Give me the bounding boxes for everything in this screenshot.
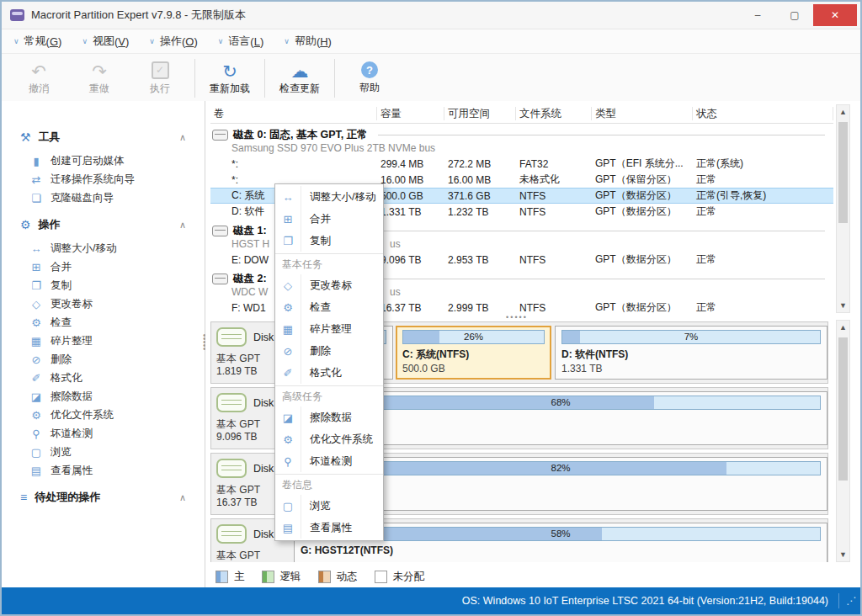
disk-group-subtitle: WDC W xyxy=(231,286,268,298)
partition-label: C: 系统(NTFS) xyxy=(402,348,545,362)
sidebar-item-copy[interactable]: ❐复制 xyxy=(20,276,205,295)
context-menu-item-copy[interactable]: ❐复制 xyxy=(275,230,383,252)
sidebar-item-surface-test[interactable]: ⚲坏道检测 xyxy=(20,424,205,443)
sidebar-item-label: 格式化 xyxy=(51,371,82,385)
collapse-chevron-icon[interactable]: ∧ xyxy=(179,132,186,143)
sidebar-item-wipe-data[interactable]: ◪擦除数据 xyxy=(20,387,205,406)
context-menu-item-format[interactable]: ✐格式化 xyxy=(275,362,383,384)
menu-help[interactable]: ∨帮助(H) xyxy=(284,34,332,49)
unallocated-swatch-icon xyxy=(375,571,387,583)
column-header-capacity[interactable]: 容量 xyxy=(377,107,444,120)
explore-icon: ▢ xyxy=(275,495,301,517)
context-menu-item-optimize-fs[interactable]: ⚙优化文件系统 xyxy=(275,428,383,450)
menu-mnemonic: V xyxy=(118,35,125,48)
cell-type: GPT（数据分区） xyxy=(592,300,693,315)
scroll-up-icon[interactable]: ▲ xyxy=(837,105,849,119)
execute-button[interactable]: ✓ 执行 xyxy=(130,54,190,103)
context-menu-item-surface-test[interactable]: ⚲坏道检测 xyxy=(275,450,383,472)
redo-button[interactable]: ↷ 重做 xyxy=(69,54,130,103)
sidebar-section-tools[interactable]: ⚒ 工具 ∧ xyxy=(20,130,205,145)
partition-block-d[interactable]: 7% D: 软件(NTFS) 1.331 TB xyxy=(555,326,827,380)
menu-general[interactable]: ∨常规(G) xyxy=(13,34,61,49)
scrollbar-thumb[interactable] xyxy=(838,122,848,223)
context-menu-item-explore[interactable]: ▢浏览 xyxy=(275,495,383,517)
sidebar-item-properties[interactable]: ▤查看属性 xyxy=(20,461,205,480)
context-menu-item-change-label[interactable]: ◇更改卷标 xyxy=(275,274,383,296)
properties-icon: ▤ xyxy=(275,517,301,539)
help-button[interactable]: ? 帮助 xyxy=(339,54,400,103)
sidebar-item-merge[interactable]: ⊞合并 xyxy=(20,258,205,276)
app-window: Macrorit Partition Expert v7.9.8 - 无限制版本… xyxy=(0,0,862,616)
sidebar-item-clone-disk[interactable]: ❏克隆磁盘向导 xyxy=(20,189,205,207)
sidebar-item-change-label[interactable]: ◇更改卷标 xyxy=(20,295,205,313)
undo-icon: ↶ xyxy=(31,61,46,82)
sidebar-item-optimize-fs[interactable]: ⚙优化文件系统 xyxy=(20,406,205,424)
context-menu-item-wipe-data[interactable]: ◪擦除数据 xyxy=(275,406,383,428)
sidebar-item-explore[interactable]: ▢浏览 xyxy=(20,443,205,461)
sidebar-item-defrag[interactable]: ▦碎片整理 xyxy=(20,332,205,350)
bootable-media-icon: ▮ xyxy=(29,155,44,167)
context-menu-item-properties[interactable]: ▤查看属性 xyxy=(275,517,383,539)
table-row[interactable]: *: 299.4 MB 272.2 MB FAT32 GPT（EFI 系统分..… xyxy=(210,156,833,172)
cell-file-system: NTFS xyxy=(516,302,592,314)
sidebar-item-label: 检查 xyxy=(51,316,72,330)
column-header-volume[interactable]: 卷 xyxy=(210,107,377,120)
scroll-up-icon[interactable]: ▲ xyxy=(837,321,849,334)
maximize-button[interactable]: ▢ xyxy=(776,4,813,26)
sidebar-item-label: 坏道检测 xyxy=(51,427,93,441)
sidebar-item-resize-move[interactable]: ↔调整大小/移动 xyxy=(20,239,205,258)
format-icon: ✐ xyxy=(29,372,44,385)
window-title: Macrorit Partition Expert v7.9.8 - 无限制版本 xyxy=(31,8,246,23)
resize-grip-icon[interactable]: ⋰ xyxy=(846,595,856,607)
context-menu-item-resize-move[interactable]: ↔调整大小/移动 xyxy=(275,186,383,208)
collapse-chevron-icon[interactable]: ∧ xyxy=(179,220,186,231)
disk-size: 1.819 TB xyxy=(216,365,257,377)
column-header-free-space[interactable]: 可用空间 xyxy=(444,107,516,120)
partition-block-c-selected[interactable]: 26% C: 系统(NTFS) 500.0 GB xyxy=(396,326,551,380)
collapse-chevron-icon[interactable]: ∧ xyxy=(179,492,186,503)
disk-size: 9.096 TB xyxy=(216,431,257,443)
sidebar-item-format[interactable]: ✐格式化 xyxy=(20,369,205,387)
table-scrollbar[interactable]: ▲ ▼ xyxy=(836,104,850,313)
close-button[interactable]: ✕ xyxy=(813,4,857,26)
context-menu-item-delete[interactable]: ⊘删除 xyxy=(275,340,383,362)
sidebar-section-pending-operations[interactable]: ≡ 待处理的操作 ∧ xyxy=(20,490,205,505)
context-menu-item-defrag[interactable]: ▦碎片整理 xyxy=(275,318,383,340)
menu-operations[interactable]: ∨操作(O) xyxy=(149,34,197,49)
undo-button[interactable]: ↶ 撤消 xyxy=(8,54,69,103)
scroll-down-icon[interactable]: ▼ xyxy=(837,548,849,561)
section-title: 操作 xyxy=(39,217,61,232)
column-header-status[interactable]: 状态 xyxy=(693,107,833,120)
sidebar-item-label: 迁移操作系统向导 xyxy=(51,173,135,187)
minimize-button[interactable]: – xyxy=(739,4,776,26)
copy-icon: ❐ xyxy=(275,230,301,252)
reload-button[interactable]: ↻ 重新加载 xyxy=(200,54,260,103)
menu-language[interactable]: ∨语言(L) xyxy=(218,34,264,49)
column-header-file-system[interactable]: 文件系统 xyxy=(516,107,592,120)
cell-capacity: 16.00 MB xyxy=(377,174,444,186)
chevron-down-icon: ∨ xyxy=(218,37,224,45)
context-menu-item-merge[interactable]: ⊞合并 xyxy=(275,208,383,230)
menu-view[interactable]: ∨视图(V) xyxy=(82,34,129,49)
check-update-label: 检查更新 xyxy=(279,82,320,96)
column-header-type[interactable]: 类型 xyxy=(592,107,693,120)
context-menu-item-check[interactable]: ⚙检查 xyxy=(275,296,383,318)
sidebar-section-operations[interactable]: ⚙ 操作 ∧ xyxy=(20,217,205,232)
context-menu: ↔调整大小/移动 ⊞合并 ❐复制 基本任务 ◇更改卷标 ⚙检查 ▦碎片整理 ⊘删… xyxy=(274,183,384,541)
title-bar: Macrorit Partition Expert v7.9.8 - 无限制版本… xyxy=(2,2,860,29)
explore-icon: ▢ xyxy=(29,446,44,459)
execute-icon: ✓ xyxy=(152,61,169,79)
check-update-button[interactable]: ☁↑ 检查更新 xyxy=(269,54,330,103)
context-menu-section-advanced-tasks: 高级任务 xyxy=(275,385,383,406)
sidebar-item-migrate-os[interactable]: ⇄迁移操作系统向导 xyxy=(20,170,205,189)
sidebar-item-check[interactable]: ⚙检查 xyxy=(20,313,205,332)
sidebar-item-delete[interactable]: ⊘删除 xyxy=(20,350,205,369)
disk-icon xyxy=(212,226,228,236)
scroll-down-icon[interactable]: ▼ xyxy=(837,299,849,312)
cell-type: GPT（数据分区） xyxy=(592,204,693,219)
scrollbar-thumb[interactable] xyxy=(838,337,848,481)
cell-capacity: 299.4 MB xyxy=(377,158,444,170)
sidebar-item-bootable-media[interactable]: ▮创建可启动媒体 xyxy=(20,151,205,170)
disk-map-scrollbar[interactable]: ▲ ▼ xyxy=(836,320,850,562)
disk-type: 基本 GPT xyxy=(216,417,260,432)
